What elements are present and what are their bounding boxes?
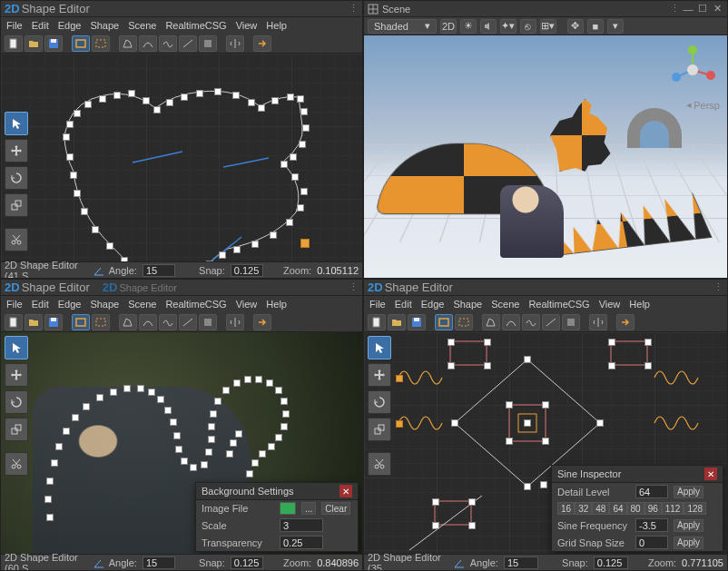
gizmo-toggle[interactable]: ⊞▾ bbox=[540, 19, 556, 34]
image-thumb[interactable] bbox=[280, 502, 296, 515]
scale-input[interactable] bbox=[280, 518, 323, 532]
tool-move[interactable] bbox=[368, 363, 391, 387]
grid-input[interactable] bbox=[635, 536, 668, 549]
menu-scene[interactable]: Scene bbox=[491, 299, 519, 310]
menu-edge[interactable]: Edge bbox=[58, 299, 82, 310]
tb-save[interactable] bbox=[44, 35, 63, 52]
tool-pointer[interactable] bbox=[5, 336, 28, 359]
tb-open[interactable] bbox=[25, 35, 43, 52]
clear-button[interactable]: Clear bbox=[321, 502, 350, 515]
tb-fill[interactable] bbox=[562, 314, 580, 330]
menu-shape[interactable]: Shape bbox=[90, 20, 119, 31]
tool-pointer[interactable] bbox=[368, 336, 391, 359]
tool-scale[interactable] bbox=[5, 418, 28, 441]
kebab-icon[interactable]: ⋮ bbox=[349, 281, 359, 293]
kebab-icon[interactable]: ⋮ bbox=[670, 3, 680, 15]
tb-open[interactable] bbox=[388, 314, 406, 330]
titlebar[interactable]: 2D Shape Editor 2DShape Editor ⋮ bbox=[1, 280, 362, 296]
tb-new[interactable] bbox=[5, 35, 23, 52]
freq-input[interactable] bbox=[635, 518, 668, 532]
preset-128[interactable]: 128 bbox=[684, 502, 706, 515]
menu-shape[interactable]: Shape bbox=[90, 299, 119, 310]
tool-pointer[interactable] bbox=[5, 112, 28, 135]
tool-move[interactable] bbox=[5, 139, 28, 162]
preset-96[interactable]: 96 bbox=[644, 502, 662, 515]
scene-viewport[interactable]: ◂Persp bbox=[364, 35, 727, 278]
titlebar[interactable]: 2D Shape Editor ⋮ bbox=[364, 280, 727, 296]
tb-new[interactable] bbox=[368, 314, 386, 330]
menu-edge[interactable]: Edge bbox=[58, 20, 82, 31]
tb-free[interactable] bbox=[159, 314, 177, 330]
fx-icon[interactable]: ✦▾ bbox=[500, 19, 516, 34]
preset-32[interactable]: 32 bbox=[575, 502, 592, 515]
apply-button[interactable]: Apply bbox=[674, 486, 703, 498]
maximize-icon[interactable]: ☐ bbox=[696, 3, 709, 15]
tb-arc[interactable] bbox=[139, 35, 157, 52]
tb-arc[interactable] bbox=[502, 314, 520, 330]
menu-realtimecsg[interactable]: RealtimeCSG bbox=[165, 299, 226, 310]
browse-button[interactable]: ... bbox=[301, 502, 316, 515]
tool-scale[interactable] bbox=[368, 418, 391, 441]
tb-poly[interactable] bbox=[119, 35, 137, 52]
hidden-icon[interactable]: ⎋ bbox=[520, 19, 536, 34]
tb-free[interactable] bbox=[522, 314, 540, 330]
canvas[interactable]: /*placeholder*/ Background Settings✕ Ima… bbox=[1, 332, 362, 554]
tb-line[interactable] bbox=[542, 314, 560, 330]
transparency-input[interactable] bbox=[280, 536, 323, 549]
menu-help[interactable]: Help bbox=[629, 299, 650, 310]
close-icon[interactable]: ✕ bbox=[711, 3, 723, 15]
preset-64[interactable]: 64 bbox=[609, 502, 626, 515]
tb-export[interactable] bbox=[253, 35, 271, 52]
preset-48[interactable]: 48 bbox=[592, 502, 609, 515]
tool-rotate[interactable] bbox=[5, 166, 28, 190]
tb-flip[interactable] bbox=[589, 314, 607, 330]
preset-16[interactable]: 16 bbox=[557, 502, 575, 515]
menu-edit[interactable]: Edit bbox=[395, 299, 412, 310]
tab-inactive[interactable]: 2DShape Editor bbox=[103, 281, 177, 294]
shading-dropdown[interactable]: Shaded▾ bbox=[368, 19, 437, 34]
mode-2d[interactable]: 2D bbox=[440, 19, 457, 34]
tb-rect-dotted[interactable] bbox=[92, 314, 110, 330]
tb-poly[interactable] bbox=[482, 314, 500, 330]
menu-file[interactable]: File bbox=[6, 299, 23, 310]
kebab-icon[interactable]: ⋮ bbox=[713, 281, 723, 293]
tb-line[interactable] bbox=[179, 35, 197, 52]
tb-new[interactable] bbox=[5, 314, 23, 330]
close-icon[interactable]: ✕ bbox=[704, 468, 717, 480]
scene-titlebar[interactable]: Scene ⋮ — ☐ ✕ bbox=[364, 1, 727, 17]
menu-file[interactable]: File bbox=[6, 20, 23, 31]
menu-edit[interactable]: Edit bbox=[32, 299, 49, 310]
menu-view[interactable]: View bbox=[236, 20, 258, 31]
apply-button[interactable]: Apply bbox=[674, 519, 703, 532]
tb-rect[interactable] bbox=[435, 314, 453, 330]
menu-view[interactable]: View bbox=[236, 299, 258, 310]
menu-shape[interactable]: Shape bbox=[453, 299, 482, 310]
tool-cut[interactable] bbox=[5, 452, 28, 476]
canvas[interactable] bbox=[1, 54, 362, 261]
minimize-icon[interactable]: — bbox=[682, 3, 694, 15]
titlebar[interactable]: 2D Shape Editor ⋮ bbox=[1, 1, 362, 17]
menu-realtimecsg[interactable]: RealtimeCSG bbox=[528, 299, 589, 310]
light-icon[interactable]: ☀ bbox=[460, 19, 477, 34]
menu-edit[interactable]: Edit bbox=[32, 20, 49, 31]
tb-rect-dotted[interactable] bbox=[92, 35, 110, 52]
menu-edge[interactable]: Edge bbox=[421, 299, 445, 310]
tool-move[interactable] bbox=[5, 363, 28, 387]
snap-value[interactable]: 0.125 bbox=[231, 556, 263, 569]
tool-rotate[interactable] bbox=[368, 390, 391, 414]
angle-value[interactable]: 15 bbox=[143, 556, 175, 569]
menu-scene[interactable]: Scene bbox=[128, 20, 156, 31]
tb-fill[interactable] bbox=[199, 314, 217, 330]
canvas[interactable]: Sine Inspector✕ Detail Level Apply 16 32… bbox=[364, 332, 727, 554]
tb-export[interactable] bbox=[253, 314, 271, 330]
snap-value[interactable]: 0.125 bbox=[231, 264, 263, 277]
tb-rect[interactable] bbox=[72, 314, 90, 330]
orientation-gizmo[interactable] bbox=[667, 44, 718, 95]
tool-cut[interactable] bbox=[5, 228, 28, 251]
tool-cut[interactable] bbox=[368, 452, 391, 476]
tb-flip[interactable] bbox=[226, 314, 244, 330]
snap-value[interactable]: 0.125 bbox=[594, 556, 628, 569]
tb-flip[interactable] bbox=[226, 35, 244, 52]
tool-rotate[interactable] bbox=[5, 390, 28, 414]
tb-save[interactable] bbox=[44, 314, 63, 330]
